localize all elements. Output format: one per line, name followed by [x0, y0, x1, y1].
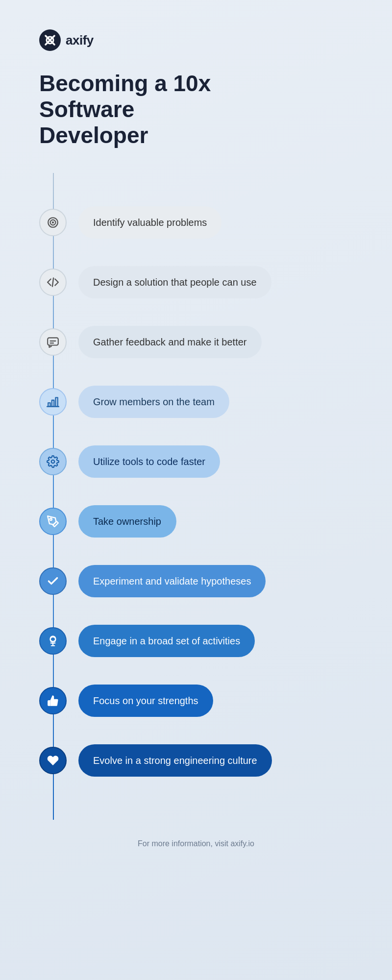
target-icon	[39, 209, 67, 236]
timeline-item: Experiment and validate hypotheses	[0, 551, 392, 611]
feedback-icon	[39, 328, 67, 356]
svg-point-15	[51, 460, 55, 463]
ownership-icon	[39, 508, 67, 535]
timeline-section: Identify valuable problems Design a solu…	[0, 173, 392, 820]
pill-label: Experiment and validate hypotheses	[78, 565, 266, 597]
growth-icon	[39, 388, 67, 416]
code-icon	[39, 269, 67, 296]
svg-point-6	[52, 222, 53, 223]
pill-label: Utilize tools to code faster	[78, 445, 220, 478]
timeline-item: Identify valuable problems	[0, 193, 392, 252]
pill-label: Take ownership	[78, 505, 176, 538]
footer-text: For more information, visit axify.io	[138, 839, 254, 848]
footer: For more information, visit axify.io	[0, 820, 392, 873]
pill-label: Grow members on the team	[78, 386, 229, 418]
svg-rect-13	[55, 397, 57, 406]
pill-label: Identify valuable problems	[78, 206, 221, 239]
svg-line-7	[52, 278, 53, 286]
timeline-item: Evolve in a strong engineering culture	[0, 731, 392, 790]
timeline-items: Identify valuable problems Design a solu…	[0, 193, 392, 790]
lightbulb-icon	[39, 627, 67, 655]
pill-label: Design a solution that people can use	[78, 266, 271, 298]
timeline-item: Focus on your strengths	[0, 671, 392, 731]
thumbsup-icon	[39, 687, 67, 714]
timeline-item: Take ownership	[0, 491, 392, 551]
heart-icon	[39, 747, 67, 774]
timeline-item: Grow members on the team	[0, 372, 392, 432]
pill-label: Evolve in a strong engineering culture	[78, 744, 272, 777]
gear-icon	[39, 448, 67, 475]
pill-label: Focus on your strengths	[78, 685, 213, 717]
logo-text: axify	[66, 33, 94, 48]
page-wrapper: axify Becoming a 10x Software Developer …	[0, 0, 392, 980]
svg-rect-12	[52, 400, 54, 406]
svg-point-16	[50, 518, 52, 520]
timeline-item: Utilize tools to code faster	[0, 432, 392, 491]
axify-logo-icon	[39, 29, 61, 51]
logo-area: axify	[39, 29, 353, 51]
pill-label: Engage in a broad set of activities	[78, 625, 255, 657]
page-title: Becoming a 10x Software Developer	[39, 71, 235, 148]
timeline-item: Gather feedback and make it better	[0, 312, 392, 372]
timeline-item: Engage in a broad set of activities	[0, 611, 392, 671]
pill-label: Gather feedback and make it better	[78, 326, 262, 358]
timeline-item: Design a solution that people can use	[0, 252, 392, 312]
header: axify Becoming a 10x Software Developer	[0, 0, 392, 173]
checkmark-icon	[39, 567, 67, 595]
